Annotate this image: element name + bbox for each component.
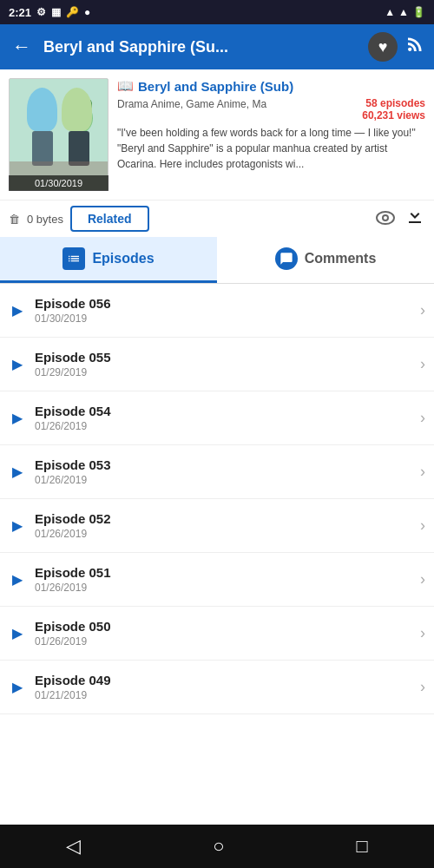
vpn-icon: 🔑 <box>66 6 79 18</box>
play-icon-0: ▶ <box>12 302 23 319</box>
sim-icon: ▦ <box>51 6 61 18</box>
eye-button[interactable] <box>375 209 396 229</box>
info-description: "I've been holding a few words back for … <box>117 125 425 172</box>
play-icon-3: ▶ <box>12 464 23 480</box>
chevron-icon-0: › <box>420 301 425 319</box>
play-icon-5: ▶ <box>12 571 23 588</box>
action-right <box>375 206 425 232</box>
nav-icons: ♥ <box>368 32 425 62</box>
wifi-icon: ▲ <box>385 6 395 18</box>
action-bar: 🗑 0 bytes Related <box>0 200 434 237</box>
heart-icon: ♥ <box>378 38 388 56</box>
signal-icon: ▲ <box>398 6 409 18</box>
episode-date-0: 01/30/2019 <box>35 312 420 325</box>
chevron-icon-7: › <box>420 678 425 696</box>
nav-bar: ← Beryl and Sapphire (Su... ♥ <box>0 24 434 69</box>
info-right: 📖 Beryl and Sapphire (Sub) Drama Anime, … <box>117 78 425 191</box>
trash-icon: 🗑 <box>9 213 20 226</box>
episode-info-7: Episode 049 01/21/2019 <box>35 673 420 701</box>
svg-point-7 <box>65 102 93 134</box>
download-button[interactable] <box>404 206 425 232</box>
episode-list: ▶ Episode 056 01/30/2019 › ▶ Episode 055… <box>0 284 434 714</box>
episode-item-5[interactable]: ▶ Episode 051 01/26/2019 › <box>0 553 434 607</box>
status-bar: 2:21 ⚙ ▦ 🔑 ● ▲ ▲ 🔋 <box>0 0 434 24</box>
episode-item-2[interactable]: ▶ Episode 054 01/26/2019 › <box>0 391 434 445</box>
info-section: 01/30/2019 📖 Beryl and Sapphire (Sub) Dr… <box>0 69 434 200</box>
back-nav-button[interactable]: ◁ <box>49 828 98 865</box>
episode-item-1[interactable]: ▶ Episode 055 01/29/2019 › <box>0 338 434 391</box>
related-button[interactable]: Related <box>70 206 149 232</box>
tab-comments[interactable]: Comments <box>217 237 434 283</box>
episode-title-4: Episode 052 <box>35 511 420 526</box>
circle-icon: ● <box>84 6 90 18</box>
episode-item-0[interactable]: ▶ Episode 056 01/30/2019 › <box>0 284 434 338</box>
episode-info-3: Episode 053 01/26/2019 <box>35 457 420 486</box>
episode-title-3: Episode 053 <box>35 457 420 472</box>
episode-info-5: Episode 051 01/26/2019 <box>35 565 420 594</box>
chevron-icon-4: › <box>420 516 425 535</box>
recent-nav-button[interactable]: □ <box>339 828 385 865</box>
tabs: Episodes Comments <box>0 237 434 284</box>
thumbnail-date: 01/30/2019 <box>9 175 108 191</box>
episode-title-1: Episode 055 <box>35 350 420 365</box>
bottom-nav: ◁ ○ □ <box>0 825 434 868</box>
svg-point-15 <box>384 216 387 220</box>
svg-point-4 <box>35 108 42 116</box>
episode-date-3: 01/26/2019 <box>35 474 420 486</box>
svg-point-5 <box>43 108 50 116</box>
episode-date-2: 01/26/2019 <box>35 420 420 432</box>
comments-icon <box>275 247 298 270</box>
book-icon: 📖 <box>117 78 134 94</box>
episode-date-6: 01/26/2019 <box>35 635 420 648</box>
back-button[interactable]: ← <box>9 32 35 62</box>
svg-rect-11 <box>69 131 89 166</box>
play-icon-6: ▶ <box>12 625 23 641</box>
episode-item-4[interactable]: ▶ Episode 052 01/26/2019 › <box>0 499 434 553</box>
svg-rect-6 <box>32 131 53 166</box>
battery-icon: 🔋 <box>412 6 425 18</box>
episode-date-1: 01/29/2019 <box>35 366 420 378</box>
svg-point-10 <box>80 108 87 116</box>
home-nav-button[interactable]: ○ <box>195 828 241 865</box>
thumbnail-container: 01/30/2019 <box>9 78 108 191</box>
episode-item-6[interactable]: ▶ Episode 050 01/26/2019 › <box>0 607 434 661</box>
episode-title-5: Episode 051 <box>35 565 420 580</box>
episode-item-7[interactable]: ▶ Episode 049 01/21/2019 › <box>0 661 434 714</box>
thumbnail <box>9 78 108 191</box>
play-icon-2: ▶ <box>12 410 23 426</box>
chevron-icon-5: › <box>420 570 425 589</box>
info-stats: 58 episodes 60,231 views <box>362 97 425 122</box>
info-genres: Drama Anime, Game Anime, Ma <box>117 97 362 122</box>
episode-info-0: Episode 056 01/30/2019 <box>35 296 420 325</box>
svg-point-9 <box>71 108 78 116</box>
episode-title-6: Episode 050 <box>35 619 420 634</box>
status-time: 2:21 <box>9 6 31 19</box>
episode-info-4: Episode 052 01/26/2019 <box>35 511 420 540</box>
chevron-icon-6: › <box>420 624 425 642</box>
delete-button[interactable]: 🗑 <box>9 213 20 226</box>
episode-date-5: 01/26/2019 <box>35 582 420 594</box>
episode-date-4: 01/26/2019 <box>35 528 420 540</box>
rss-button[interactable] <box>404 34 425 60</box>
episode-item-3[interactable]: ▶ Episode 053 01/26/2019 › <box>0 445 434 499</box>
episode-title-2: Episode 054 <box>35 404 420 418</box>
thumbnail-art <box>10 79 108 190</box>
info-title: 📖 Beryl and Sapphire (Sub) <box>117 78 293 94</box>
episodes-count: 58 episodes <box>365 97 425 109</box>
play-icon-1: ▶ <box>12 356 23 372</box>
favorite-button[interactable]: ♥ <box>368 32 398 62</box>
tab-episodes-label: Episodes <box>92 251 154 266</box>
episode-title-7: Episode 049 <box>35 673 420 687</box>
episode-title-0: Episode 056 <box>35 296 420 311</box>
play-icon-7: ▶ <box>12 679 23 695</box>
bytes-label: 0 bytes <box>27 213 63 226</box>
svg-point-3 <box>30 103 55 128</box>
tab-episodes[interactable]: Episodes <box>0 237 217 283</box>
title-text: Beryl and Sapphire (Sub) <box>138 79 293 94</box>
episodes-icon <box>62 247 85 270</box>
chevron-icon-3: › <box>420 463 425 481</box>
views-count: 60,231 views <box>362 109 425 122</box>
episode-info-6: Episode 050 01/26/2019 <box>35 619 420 648</box>
episode-info-1: Episode 055 01/29/2019 <box>35 350 420 378</box>
tab-comments-label: Comments <box>305 251 377 266</box>
